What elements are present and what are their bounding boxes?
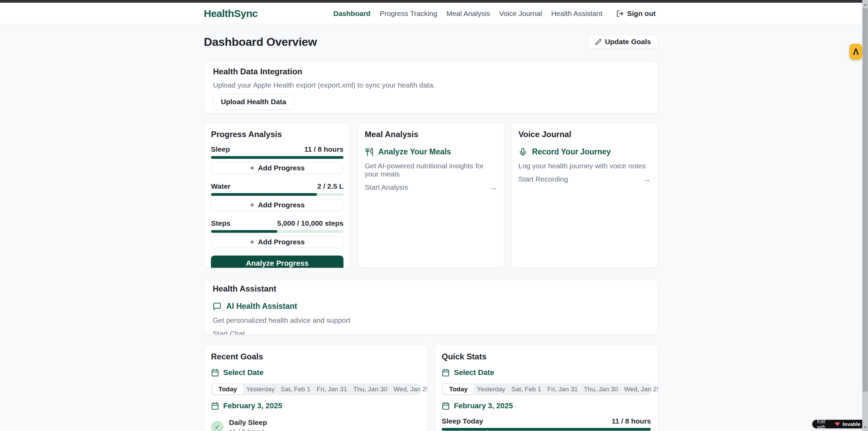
- analyze-your-meals-label: Analyze Your Meals: [378, 147, 451, 156]
- rg-tab-fri-jan-31[interactable]: Fri, Jan 31: [314, 384, 350, 394]
- steps-metric: Steps 5,000 / 10,000 steps + Add Progres…: [211, 219, 343, 248]
- lovable-fab-button[interactable]: Λ: [849, 44, 862, 60]
- scroll-down-arrow[interactable]: ▼: [862, 424, 868, 430]
- arrow-right-icon: →: [489, 183, 497, 191]
- integration-title: Health Data Integration: [213, 67, 649, 76]
- start-recording-label: Start Recording: [518, 175, 568, 183]
- recent-goals-card: Recent Goals Select Date Today Yesterday…: [204, 344, 427, 431]
- analyze-your-meals-link[interactable]: Analyze Your Meals: [365, 147, 497, 156]
- meal-analysis-card: Meal Analysis Analyze Your Meals Get AI-…: [358, 123, 504, 268]
- upload-health-data-button[interactable]: Upload Health Data: [213, 94, 294, 110]
- sleep-today-progress-bar: [442, 428, 651, 431]
- lovable-logo-icon: Λ: [853, 48, 859, 56]
- meal-analysis-description: Get AI-powered nutritional insights for …: [365, 162, 497, 178]
- start-chat-row[interactable]: Start Chat →: [213, 330, 649, 335]
- rg-tab-sat-feb-1[interactable]: Sat, Feb 1: [278, 384, 314, 394]
- date-tabs: Today Yesterday Sat, Feb 1 Fri, Jan 31 T…: [211, 383, 420, 395]
- health-assistant-description: Get personalized health advice and suppo…: [213, 316, 649, 324]
- select-date-label: Select Date: [223, 368, 264, 377]
- quick-stats-title: Quick Stats: [442, 352, 651, 361]
- selected-date[interactable]: February 3, 2025: [442, 401, 651, 410]
- select-date-button[interactable]: Select Date: [442, 368, 651, 377]
- sleep-label: Sleep: [211, 145, 230, 153]
- nav-item-progress-tracking[interactable]: Progress Tracking: [380, 10, 437, 18]
- sign-out-label: Sign out: [627, 10, 656, 18]
- update-goals-label: Update Goals: [605, 38, 651, 46]
- qs-tab-today[interactable]: Today: [443, 384, 474, 394]
- title-row: Dashboard Overview Update Goals: [204, 35, 658, 49]
- edit-with-label: Edit with: [817, 419, 832, 430]
- nav-item-health-assistant[interactable]: Health Assistant: [551, 10, 602, 18]
- integration-description: Upload your Apple Health export (export.…: [213, 81, 649, 89]
- selected-date[interactable]: February 3, 2025: [211, 401, 420, 410]
- rg-tab-today[interactable]: Today: [212, 384, 243, 394]
- nav-item-voice-journal[interactable]: Voice Journal: [499, 10, 542, 18]
- check-icon: ✓: [211, 421, 224, 431]
- chat-bubble-icon: [213, 302, 222, 311]
- calendar-icon: [442, 402, 450, 410]
- water-value: 2 / 2.5 L: [317, 182, 343, 190]
- qs-tab-sat-feb-1[interactable]: Sat, Feb 1: [508, 384, 544, 394]
- arrow-right-icon: →: [643, 175, 651, 183]
- scroll-up-arrow[interactable]: ▲: [862, 1, 868, 7]
- select-date-button[interactable]: Select Date: [211, 368, 420, 377]
- recent-goals-title: Recent Goals: [211, 352, 420, 361]
- record-your-journey-link[interactable]: Record Your Journey: [518, 147, 651, 156]
- rg-tab-wed-jan-29[interactable]: Wed, Jan 29: [390, 384, 427, 394]
- qs-tab-yesterday[interactable]: Yesterday: [474, 384, 509, 394]
- water-label: Water: [211, 182, 231, 190]
- analyze-progress-button[interactable]: Analyze Progress: [211, 256, 343, 268]
- sleep-progress-bar: [211, 156, 343, 159]
- add-progress-label: Add Progress: [258, 238, 305, 246]
- sign-out-button[interactable]: Sign out: [616, 10, 656, 18]
- add-progress-button-sleep[interactable]: + Add Progress: [211, 162, 343, 174]
- scrollbar[interactable]: ▲ ▼: [862, 0, 868, 431]
- nav-item-meal-analysis[interactable]: Meal Analysis: [446, 10, 490, 18]
- sleep-today-progress-fill: [442, 428, 651, 431]
- rg-tab-yesterday[interactable]: Yesterday: [243, 384, 278, 394]
- water-progress-bar: [211, 193, 343, 196]
- qs-tab-fri-jan-31[interactable]: Fri, Jan 31: [544, 384, 581, 394]
- top-navbar: HealthSync Dashboard Progress Tracking M…: [0, 3, 862, 24]
- pencil-icon: [595, 39, 602, 45]
- start-recording-row[interactable]: Start Recording →: [518, 175, 651, 183]
- browser-top-strip: [0, 0, 862, 3]
- steps-label: Steps: [211, 219, 230, 227]
- sleep-today-label: Sleep Today: [442, 417, 483, 425]
- progress-analysis-card: Progress Analysis Sleep 11 / 8 hours + A…: [204, 123, 351, 268]
- page-title: Dashboard Overview: [204, 35, 317, 49]
- qs-tab-thu-jan-30[interactable]: Thu, Jan 30: [581, 384, 621, 394]
- health-assistant-title: Health Assistant: [213, 284, 649, 294]
- add-progress-button-water[interactable]: + Add Progress: [211, 199, 343, 211]
- scrollbar-thumb[interactable]: [863, 8, 868, 392]
- brand-logo[interactable]: HealthSync: [204, 8, 258, 19]
- goal-item-daily-sleep: ✓ Daily Sleep 11 / 8 hours: [211, 418, 420, 431]
- voice-journal-description: Log your health journey with voice notes: [518, 162, 651, 170]
- start-chat-label: Start Chat: [213, 330, 245, 335]
- start-analysis-row[interactable]: Start Analysis →: [365, 183, 497, 191]
- health-assistant-card: Health Assistant AI Health Assistant Get…: [204, 280, 658, 335]
- calendar-icon: [442, 369, 450, 377]
- dashboard-main: Dashboard Overview Update Goals Health D…: [204, 24, 658, 431]
- rg-tab-thu-jan-30[interactable]: Thu, Jan 30: [350, 384, 390, 394]
- progress-analysis-title: Progress Analysis: [211, 130, 343, 139]
- water-progress-fill: [211, 193, 317, 196]
- nav-item-dashboard[interactable]: Dashboard: [333, 10, 371, 18]
- date-tabs: Today Yesterday Sat, Feb 1 Fri, Jan 31 T…: [442, 383, 651, 395]
- record-your-journey-label: Record Your Journey: [532, 147, 611, 156]
- water-metric: Water 2 / 2.5 L + Add Progress: [211, 182, 343, 211]
- steps-value: 5,000 / 10,000 steps: [277, 219, 343, 227]
- meal-analysis-title: Meal Analysis: [365, 130, 497, 139]
- qs-tab-wed-jan-29[interactable]: Wed, Jan 29: [621, 384, 658, 394]
- calendar-icon: [211, 402, 219, 410]
- edit-with-lovable-badge[interactable]: Edit with lovable ✕: [812, 420, 868, 428]
- ai-health-assistant-link[interactable]: AI Health Assistant: [213, 302, 649, 311]
- feature-cards-row: Progress Analysis Sleep 11 / 8 hours + A…: [204, 123, 658, 268]
- add-progress-button-steps[interactable]: + Add Progress: [211, 236, 343, 248]
- health-data-integration-card: Health Data Integration Upload your Appl…: [204, 61, 658, 114]
- calendar-icon: [211, 369, 219, 377]
- plus-icon: +: [250, 238, 254, 246]
- add-progress-label: Add Progress: [258, 164, 305, 172]
- quick-stats-card: Quick Stats Select Date Today Yesterday …: [435, 344, 658, 431]
- update-goals-button[interactable]: Update Goals: [588, 35, 658, 49]
